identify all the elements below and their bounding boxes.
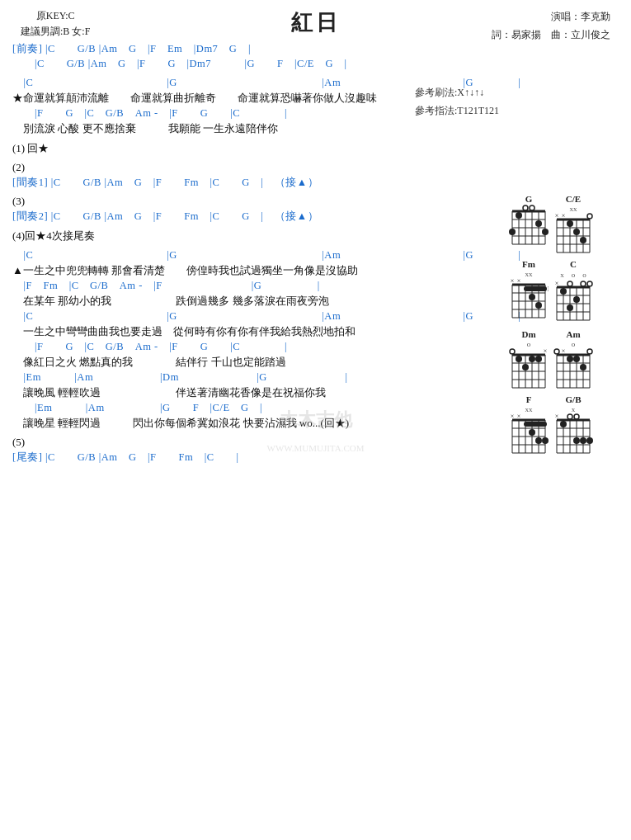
chord-diagram-F: F xx × × [509,394,549,455]
svg-point-64 [581,281,586,286]
svg-point-98 [587,349,592,354]
svg-point-101 [573,356,580,362]
interlude1: [間奏1] |C G/B |Am G |F Fm |C G | （接▲） [12,176,491,190]
intro-chords2: |C G/B |Am G |F G |Dm7 |G F |C/E G | [12,57,491,71]
svg-point-137 [573,437,580,444]
interlude2-chords: |C G/B |Am G |F Fm |C G | （接▲） [51,210,318,222]
chord-diagram-GB: G/B x × [553,394,593,455]
svg-point-134 [560,421,567,427]
svg-point-14 [509,229,516,235]
strum-line2: 參考指法:T121T121 [415,102,499,120]
svg-point-117 [529,429,535,436]
svg-point-118 [535,437,542,444]
svg-text:×: × [511,413,515,420]
svg-point-11 [516,212,522,219]
interlude1-label: [間奏1] [12,177,48,188]
svg-point-97 [554,349,559,354]
verse2-lyric3: 一生之中彎彎曲曲我也要走過 從何時有你有你有伴我給我熱烈地拍和 [12,324,491,339]
svg-point-85 [522,364,529,370]
intro-label: [前奏] [12,43,42,54]
svg-text:×: × [517,413,521,420]
svg-rect-116 [524,422,547,427]
section3: (3) [間奏2] |C G/B |Am G |F Fm |C G | （接▲） [12,195,491,224]
outro: [尾奏] |C G/B |Am G |F Fm |C | [12,451,491,465]
svg-point-30 [567,220,573,227]
svg-text:×: × [544,348,548,355]
section2-label: (2) [12,161,491,174]
section4: (4)回★4次接尾奏 [12,229,491,243]
verse2-chord6: |Em |Am |G F |C/E G | [12,401,491,415]
svg-point-133 [574,414,579,419]
svg-point-102 [580,364,586,370]
interlude2: [間奏2] |C G/B |Am G |F Fm |C G | （接▲） [12,210,491,224]
verse2-chord2: |F Fm |C G/B Am - |F |G | [12,279,491,293]
chord-diagram-CE: C/E xx × × [553,194,593,254]
strum-line1: 參考刷法:X↑↓↑↓ [415,84,499,102]
verse2-chord4: |F G |C G/B Am - |F G |C | [12,340,491,354]
verse2-lyric6: 讓晚星 輕輕閃過 閃出你每個希冀如浪花 快要沾濕我 wo...(回★) [12,416,491,431]
svg-point-50 [535,302,542,309]
svg-point-32 [580,237,586,243]
singer-info: 演唱：李克勤 詞：易家揚 曲：立川俊之 [492,8,610,44]
verse2-chord3: |C |G |Am |G | [12,309,491,323]
verse2-lyric4: 像紅日之火 燃點真的我 結伴行 千山也定能踏過 [12,355,491,370]
svg-point-66 [560,288,567,295]
svg-text:×: × [511,278,515,285]
chord-diagram-Am: Am o × [553,329,593,389]
svg-point-65 [587,281,592,286]
svg-text:×: × [555,213,559,219]
intro-chords1: |C G/B |Am G |F Em |Dm7 G | [45,43,251,54]
svg-point-135 [580,437,586,444]
section2: (2) [間奏1] |C G/B |Am G |F Fm |C G | （接▲） [12,161,491,190]
svg-text:×: × [555,281,559,287]
verse2-section: |C |G |Am |G | ▲一生之中兜兜轉轉 那會看清楚 傍偟時我也試過獨坐… [12,248,491,431]
chord-diagram-C: C x o o × [553,259,593,324]
section1-label: (1) 回★ [12,141,491,156]
svg-point-82 [516,356,522,362]
svg-point-16 [530,205,534,210]
intro-section: [前奏] |C G/B |Am G |F Em |Dm7 G | |C G/B … [12,42,491,71]
chord-diagram-Fm: Fm xx 1 × × [509,259,549,324]
svg-text:×: × [562,213,566,219]
verse2-lyric2: 在某年 那幼小的我 跌倒過幾多 幾多落淚在雨夜旁泡 [12,294,491,309]
svg-point-100 [567,356,573,362]
svg-point-132 [567,414,572,419]
chord-diagram-G: G [509,194,549,254]
strum-info: 參考刷法:X↑↓↑↓ 參考指法:T121T121 [415,84,499,120]
singer: 演唱：李克勤 [492,8,610,26]
svg-point-49 [529,294,535,300]
svg-point-33 [587,214,592,219]
svg-text:1: 1 [547,286,549,293]
credits: 詞：易家揚 曲：立川俊之 [492,26,610,45]
svg-point-67 [573,296,580,303]
verse1-lyric2: 別流淚 心酸 更不應捨棄 我願能 一生永遠陪伴你 [12,121,491,136]
svg-point-136 [586,437,593,444]
guitar-diagrams: G [509,194,624,460]
interlude2-label: [間奏2] [12,210,48,222]
section5: (5) [尾奏] |C G/B |Am G |F Fm |C | [12,436,491,465]
svg-point-68 [567,304,573,311]
svg-point-80 [510,349,515,354]
svg-point-119 [542,437,549,444]
intro-label-line1: [前奏] |C G/B |Am G |F Em |Dm7 G | [12,42,491,56]
svg-point-83 [529,356,535,362]
svg-rect-48 [524,286,547,291]
svg-text:×: × [555,413,559,420]
key-original: 原KEY:C [21,8,90,24]
key-info: 原KEY:C 建議男調:B 女:F [21,8,90,40]
interlude1-chords: |C G/B |Am G |F Fm |C G | （接▲） [51,177,318,188]
section5-label: (5) [12,436,491,449]
key-suggested: 建議男調:B 女:F [21,24,90,40]
svg-point-63 [567,281,572,286]
page-header: 原KEY:C 建議男調:B 女:F 紅日 演唱：李克勤 詞：易家揚 曲：立川俊之 [12,8,619,37]
svg-text:×: × [517,278,521,285]
section3-label: (3) [12,195,491,208]
verse2-lyric5: 讓晚風 輕輕吹過 伴送著清幽花香像是在祝福你我 [12,385,491,400]
chord-diagram-Dm: Dm o × [509,329,549,389]
svg-point-13 [542,229,549,235]
svg-point-84 [535,356,542,362]
svg-point-31 [573,229,580,235]
svg-point-15 [523,205,528,210]
outro-chords: |C G/B |Am G |F Fm |C | [45,451,239,463]
verse2-chord1: |C |G |Am |G | [12,248,491,262]
